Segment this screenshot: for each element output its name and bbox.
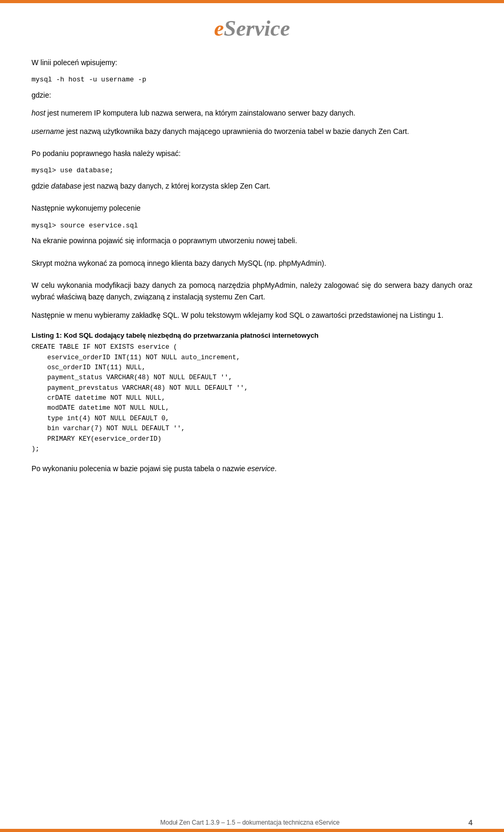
footer-page-number: 4 [468, 818, 472, 827]
after-listing-end: . [275, 464, 277, 473]
section-phpmyadmin: W celu wykonania modyfikacji bazy danych… [32, 279, 472, 321]
database-desc-pre: gdzie [32, 182, 51, 190]
use-database-code: mysql> use database; [32, 165, 472, 176]
host-italic: host [32, 109, 45, 117]
username-desc: username jest nazwą użytkownika bazy dan… [32, 126, 472, 137]
database-italic: database [51, 182, 81, 190]
skrypt-info: Skrypt można wykonać za pomocą innego kl… [32, 257, 472, 269]
gdzie-label: gdzie: [32, 89, 472, 101]
footer-text: Moduł Zen Cart 1.3.9 – 1.5 – dokumentacj… [32, 819, 468, 826]
host-desc: host jest numerem IP komputera lub nazwa… [32, 107, 472, 119]
section-after-listing: Po wykonaniu polecenia w bazie pojawi si… [32, 463, 472, 474]
section-skrypt: Skrypt można wykonać za pomocą innego kl… [32, 257, 472, 269]
database-desc-post: jest nazwą bazy danych, z której korzyst… [81, 182, 270, 190]
next-command-label: Następnie wykonujemy polecenie [32, 202, 472, 214]
host-text: jest numerem IP komputera lub nazwa serw… [45, 109, 355, 117]
source-code: mysql> source eservice.sql [32, 221, 472, 231]
listing-title: Listing 1: Kod SQL dodający tabelę niezb… [32, 331, 472, 339]
listing-code: CREATE TABLE IF NOT EXISTS eservice ( es… [32, 342, 472, 454]
username-italic: username [32, 127, 64, 136]
username-text: jest nazwą użytkownika bazy danych mając… [64, 127, 409, 136]
phpmyadmin-intro: W celu wykonania modyfikacji bazy danych… [32, 279, 472, 303]
menu-info: Następnie w menu wybieramy zakładkę SQL.… [32, 309, 472, 321]
bottom-orange-bar [0, 829, 504, 832]
logo-e: e [214, 16, 224, 40]
section-command-line: W linii poleceń wpisujemy: mysql -h host… [32, 57, 472, 137]
section-source: Następnie wykonujemy polecenie mysql> so… [32, 202, 472, 246]
after-listing-italic: eservice [247, 464, 275, 473]
logo: eService [0, 16, 504, 41]
database-desc: gdzie database jest nazwą bazy danych, z… [32, 180, 472, 192]
listing-block: Listing 1: Kod SQL dodający tabelę niezb… [32, 331, 472, 454]
after-listing-pre: Po wykonaniu polecenia w bazie pojawi si… [32, 464, 247, 473]
screen-info: Na ekranie powinna pojawić się informacj… [32, 235, 472, 246]
header: eService [0, 0, 504, 51]
main-content: W linii poleceń wpisujemy: mysql -h host… [0, 51, 504, 527]
intro-label: W linii poleceń wpisujemy: [32, 57, 472, 68]
after-listing-text: Po wykonaniu polecenia w bazie pojawi si… [32, 463, 472, 474]
top-orange-bar [0, 0, 504, 3]
page: eService W linii poleceń wpisujemy: mysq… [0, 0, 504, 832]
intro-code: mysql -h host -u username -p [32, 75, 472, 85]
logo-service: Service [224, 16, 290, 40]
section-password: Po podaniu poprawnego hasła należy wpisa… [32, 148, 472, 192]
footer: Moduł Zen Cart 1.3.9 – 1.5 – dokumentacj… [0, 818, 504, 827]
password-intro: Po podaniu poprawnego hasła należy wpisa… [32, 148, 472, 159]
